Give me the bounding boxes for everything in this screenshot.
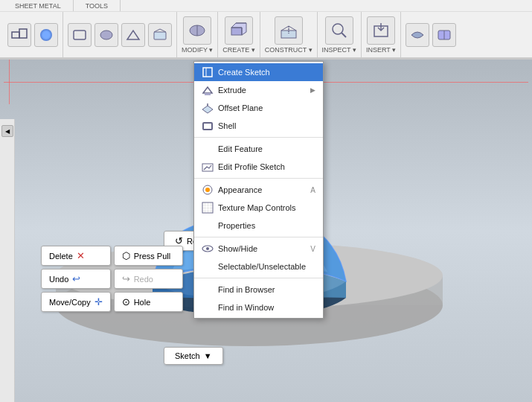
repeat-icon: ↺: [175, 235, 183, 246]
move-copy-label: Move/Copy: [49, 298, 91, 307]
press-pull-icon: ⬡: [122, 250, 130, 261]
tool-btn-1[interactable]: [68, 23, 92, 47]
undo-icon: ↩: [72, 273, 80, 284]
menu-sep-1: [194, 137, 323, 138]
extrude-arrow: ▶: [310, 86, 315, 94]
menu-find-window-label: Find in Window: [218, 303, 274, 312]
menu-offset-plane[interactable]: Offset Plane: [194, 99, 323, 117]
move-copy-button[interactable]: Move/Copy ✛: [41, 292, 111, 312]
insert-label[interactable]: INSERT ▾: [366, 46, 396, 54]
menu-selectable[interactable]: Selectable/Unselectable: [194, 258, 323, 275]
menu-shell[interactable]: Shell: [194, 117, 323, 135]
svg-rect-31: [202, 202, 213, 213]
redo-button[interactable]: ↪ Redo: [114, 269, 184, 289]
svg-rect-2: [74, 31, 86, 39]
menu-show-hide-label: Show/Hide: [218, 244, 257, 253]
texture-icon: [202, 202, 214, 214]
menu-properties[interactable]: Properties: [194, 217, 323, 234]
menu-extrude[interactable]: Extrude ▶: [194, 81, 323, 99]
extrude-icon: [202, 84, 214, 96]
press-pull-button[interactable]: ⬡ Press Pull: [114, 246, 184, 266]
sheet-metal-icons: [7, 23, 58, 47]
inspect-main-btn[interactable]: [325, 16, 353, 45]
tool-btn-4[interactable]: [148, 23, 172, 47]
show-hide-shortcut: V: [310, 245, 315, 253]
menu-find-browser[interactable]: Find in Browser: [194, 281, 323, 299]
properties-icon: [202, 220, 214, 232]
menu-show-hide[interactable]: Show/Hide V: [194, 240, 323, 258]
menu-offset-plane-label: Offset Plane: [218, 103, 263, 112]
create-main-btn[interactable]: [225, 16, 253, 45]
viewport-3d[interactable]: ◀: [0, 60, 532, 402]
tools-icons: [68, 23, 172, 47]
edit-feature-icon: [202, 143, 214, 155]
menu-texture-map[interactable]: Texture Map Controls: [194, 199, 323, 217]
panel-btn-1[interactable]: ◀: [1, 125, 13, 137]
shell-icon: [202, 120, 214, 132]
selectable-icon: [202, 261, 214, 272]
create-label[interactable]: CREATE ▾: [222, 46, 254, 54]
appearance-shortcut: A: [310, 186, 315, 194]
menu-appearance-label: Appearance: [218, 185, 262, 194]
sheet-metal-label[interactable]: SHEET METAL: [3, 0, 74, 11]
modify-main-btn[interactable]: [183, 16, 211, 45]
hole-label: Hole: [134, 298, 151, 307]
insert-section: INSERT ▾: [362, 12, 401, 57]
svg-point-30: [205, 188, 210, 192]
action-buttons-container: Delete ✕ ⬡ Press Pull Undo ↩ ↪ Redo Move…: [41, 246, 183, 312]
extra-btn-1[interactable]: [406, 23, 429, 47]
undo-button[interactable]: Undo ↩: [41, 269, 111, 289]
tool-btn-3[interactable]: [121, 23, 145, 47]
hole-button[interactable]: ⊙ Hole: [114, 292, 184, 312]
construct-main-btn[interactable]: [275, 16, 303, 45]
tools-label[interactable]: TOOLS: [74, 0, 121, 11]
redo-label: Redo: [134, 275, 153, 284]
menu-properties-label: Properties: [218, 221, 255, 230]
menu-create-sketch[interactable]: Create Sketch: [194, 63, 323, 81]
top-section-labels: SHEET METAL TOOLS: [0, 0, 532, 12]
svg-point-14: [333, 24, 343, 34]
modify-section: MODIFY ▾: [177, 12, 218, 57]
sheet-metal-section: [3, 12, 63, 57]
sketch-btn-icon: ▼: [204, 351, 212, 360]
press-pull-label: Press Pull: [134, 252, 171, 261]
menu-sep-3: [194, 237, 323, 237]
hole-icon: ⊙: [122, 296, 130, 307]
menu-sep-4: [194, 278, 323, 278]
left-panel: ◀: [0, 119, 15, 402]
inspect-label[interactable]: INSPECT ▾: [322, 46, 356, 54]
tool-btn-2[interactable]: [94, 23, 118, 47]
menu-appearance[interactable]: Appearance A: [194, 181, 323, 199]
plane-icon: [202, 102, 214, 114]
svg-point-33: [206, 247, 209, 250]
svg-rect-23: [203, 68, 212, 77]
construct-label[interactable]: CONSTRUCT ▾: [265, 46, 313, 54]
extra-btn-2[interactable]: [432, 23, 456, 47]
svg-line-15: [342, 33, 346, 37]
menu-find-window[interactable]: Find in Window: [194, 299, 323, 316]
sketch-button[interactable]: Sketch ▼: [164, 347, 223, 365]
tools-section: [63, 12, 177, 57]
svg-rect-1: [19, 29, 27, 38]
modify-icons: [183, 16, 211, 45]
menu-find-browser-label: Find in Browser: [218, 285, 275, 294]
svg-line-6: [160, 29, 166, 32]
delete-button[interactable]: Delete ✕: [41, 246, 111, 266]
window-icon: [202, 302, 214, 313]
menu-texture-label: Texture Map Controls: [218, 203, 296, 212]
appearance-icon: [202, 184, 214, 196]
menu-edit-profile[interactable]: Edit Profile Sketch: [194, 158, 323, 176]
svg-rect-27: [203, 123, 212, 130]
sketch-label: Sketch: [175, 351, 200, 360]
insert-main-btn[interactable]: [367, 16, 395, 45]
modify-label[interactable]: MODIFY ▾: [182, 46, 213, 54]
unfold-button[interactable]: [34, 23, 58, 47]
profile-icon: [202, 161, 214, 173]
create-section: CREATE ▾: [218, 12, 260, 57]
redo-arrow: ↪: [122, 273, 130, 284]
svg-rect-25: [205, 93, 211, 95]
flange-button[interactable]: [7, 23, 31, 47]
sketch-icon: [202, 66, 214, 78]
undo-label: Undo: [49, 275, 68, 284]
menu-edit-feature[interactable]: Edit Feature: [194, 140, 323, 158]
